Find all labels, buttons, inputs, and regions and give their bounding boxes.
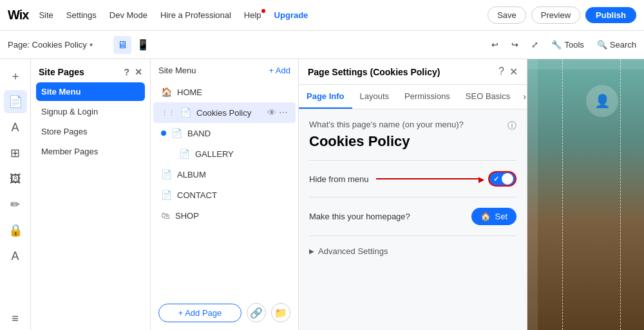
list-item[interactable]: ⋮⋮ 📄 Cookies Policy 👁 ⋯ bbox=[153, 102, 296, 123]
hide-from-menu-row: Hide from menu ▶ ✓ bbox=[309, 171, 516, 187]
page-item-name: CONTACT bbox=[177, 190, 288, 200]
apps-icon[interactable]: ⊞ bbox=[4, 142, 27, 165]
tab-permissions[interactable]: Permissions bbox=[397, 85, 458, 109]
divider bbox=[309, 160, 516, 161]
redo-icon[interactable]: ↪ bbox=[511, 40, 518, 50]
topbar-right: Save Preview Publish bbox=[488, 6, 636, 24]
ps-close-icon[interactable]: ✕ bbox=[509, 66, 518, 78]
link-icon[interactable]: 🔗 bbox=[247, 303, 266, 322]
visibility-icon[interactable]: 👁 bbox=[267, 107, 276, 118]
store-icon[interactable]: 🔒 bbox=[4, 219, 27, 242]
help-icon[interactable]: ? bbox=[124, 67, 129, 77]
ps-help-icon[interactable]: ? bbox=[498, 66, 504, 78]
page-icon: 📄 bbox=[161, 190, 172, 200]
advanced-settings-row[interactable]: ▶ Advanced Settings bbox=[309, 246, 516, 256]
upgrade-button[interactable]: Upgrade bbox=[274, 10, 308, 20]
undo-icon[interactable]: ↩ bbox=[491, 40, 498, 50]
tab-layouts[interactable]: Layouts bbox=[352, 85, 397, 109]
sub-pages: 📄 GALLERY bbox=[169, 143, 298, 164]
nav-settings[interactable]: Settings bbox=[66, 10, 97, 20]
nav-hire[interactable]: Hire a Professional bbox=[160, 10, 231, 20]
arrow-indicator: ▶ bbox=[376, 178, 480, 179]
sidebar-item-site-menu[interactable]: Site Menu bbox=[36, 82, 145, 101]
toggle-knob bbox=[502, 173, 513, 185]
close-icon[interactable]: ✕ bbox=[135, 67, 142, 77]
ruler-top bbox=[527, 59, 644, 69]
arrow-head-icon: ▶ bbox=[478, 175, 484, 184]
homepage-row: Make this your homepage? 🏠 Set bbox=[309, 208, 516, 225]
field-label-row: What's this page's name (on your menu)? … bbox=[309, 120, 516, 150]
guide-line-right bbox=[620, 59, 621, 330]
nav-site[interactable]: Site bbox=[39, 10, 53, 20]
media-icon[interactable]: 🖼 bbox=[4, 167, 27, 190]
page-item-name: GALLERY bbox=[195, 149, 288, 159]
page-name-value: Cookies Policy bbox=[309, 133, 516, 150]
tools-button[interactable]: 🔧 Tools bbox=[551, 40, 583, 50]
folder-icon[interactable]: 📁 bbox=[271, 303, 290, 322]
site-pages-title: Site Pages bbox=[39, 67, 84, 77]
page-item-actions: 👁 ⋯ bbox=[267, 107, 288, 118]
site-pages-header-icons: ? ✕ bbox=[124, 67, 142, 77]
page-item-name: HOME bbox=[177, 87, 288, 97]
tab-seo-basics[interactable]: SEO Basics bbox=[458, 85, 518, 109]
page-icon: 📄 bbox=[171, 128, 182, 138]
sidebar-item-signup-login[interactable]: Signup & Login bbox=[36, 102, 145, 121]
draw-icon[interactable]: ✏ bbox=[4, 193, 27, 216]
hide-from-menu-toggle[interactable]: ✓ bbox=[488, 171, 516, 187]
page-selector[interactable]: Page: Cookies Policy ▾ bbox=[8, 40, 93, 50]
site-pages-nav: Site Menu Signup & Login Store Pages Mem… bbox=[31, 82, 150, 161]
page-item-name: BAND bbox=[187, 129, 288, 138]
desktop-view-icon[interactable]: 🖥 bbox=[113, 36, 131, 54]
secondbar-right: ↩ ↪ ⤢ 🔧 Tools 🔍 Search bbox=[491, 40, 636, 50]
set-homepage-button[interactable]: 🏠 Set bbox=[471, 208, 516, 225]
nav-help[interactable]: Help bbox=[244, 10, 261, 20]
divider-3 bbox=[309, 235, 516, 236]
arrow-line: ▶ bbox=[376, 178, 480, 179]
sidebar-item-store-pages[interactable]: Store Pages bbox=[36, 122, 145, 141]
mobile-view-icon[interactable]: 📱 bbox=[134, 36, 152, 54]
tab-page-info[interactable]: Page Info bbox=[299, 85, 352, 109]
pages-list-footer: + Add Page 🔗 📁 bbox=[151, 295, 298, 330]
zoom-icon[interactable]: ⤢ bbox=[531, 40, 538, 50]
advanced-settings-label: Advanced Settings bbox=[318, 246, 388, 256]
nav-devmode[interactable]: Dev Mode bbox=[109, 10, 147, 20]
save-button[interactable]: Save bbox=[488, 6, 526, 24]
divider-2 bbox=[309, 197, 516, 197]
page-icon: 📄 bbox=[180, 107, 191, 118]
list-item[interactable]: 📄 GALLERY bbox=[171, 143, 296, 164]
home-icon: 🏠 bbox=[161, 87, 172, 97]
add-page-link[interactable]: + Add bbox=[269, 66, 290, 75]
layers-icon[interactable]: ≡ bbox=[4, 307, 27, 330]
list-item[interactable]: 📄 ALBUM bbox=[153, 164, 296, 185]
page-icon: 🛍 bbox=[161, 210, 170, 221]
page-settings-header-icons: ? ✕ bbox=[498, 66, 518, 78]
list-item[interactable]: 🛍 SHOP bbox=[153, 205, 296, 226]
page-item-name: ALBUM bbox=[177, 170, 288, 179]
drag-handle-icon: ⋮⋮ bbox=[161, 109, 175, 117]
sidebar-item-member-pages[interactable]: Member Pages bbox=[36, 142, 145, 161]
site-pages-panel: Site Pages ? ✕ Site Menu Signup & Login … bbox=[31, 59, 151, 330]
more-options-icon[interactable]: ⋯ bbox=[279, 107, 288, 118]
page-name-field-label: What's this page's name (on your menu)? bbox=[309, 120, 464, 129]
page-item-name: SHOP bbox=[175, 211, 288, 221]
search-button[interactable]: 🔍 Search bbox=[597, 40, 636, 50]
add-page-button[interactable]: + Add Page bbox=[158, 304, 242, 322]
list-item[interactable]: 🏠 HOME bbox=[153, 82, 296, 102]
text-icon[interactable]: A bbox=[4, 116, 27, 139]
list-item[interactable]: 📄 BAND bbox=[153, 123, 296, 143]
list-item[interactable]: 📄 CONTACT bbox=[153, 185, 296, 205]
profile-widget: 👤 bbox=[586, 85, 618, 117]
publish-button[interactable]: Publish bbox=[585, 7, 636, 23]
hide-from-menu-section: Hide from menu ▶ ✓ bbox=[309, 171, 516, 187]
site-pages-header: Site Pages ? ✕ bbox=[31, 59, 150, 82]
advanced-arrow-icon: ▶ bbox=[309, 248, 314, 255]
members-icon[interactable]: A bbox=[4, 244, 27, 268]
pages-icon[interactable]: 📄 bbox=[4, 90, 27, 113]
info-icon[interactable]: ⓘ bbox=[507, 120, 516, 132]
add-element-icon[interactable]: ＋ bbox=[4, 64, 27, 87]
preview-button[interactable]: Preview bbox=[531, 6, 580, 24]
pages-list-title: Site Menu bbox=[158, 66, 196, 75]
page-icon: 📄 bbox=[161, 169, 172, 179]
page-settings-tabs: Page Info Layouts Permissions SEO Basics… bbox=[299, 85, 527, 109]
chevron-down-icon: ▾ bbox=[90, 41, 93, 48]
